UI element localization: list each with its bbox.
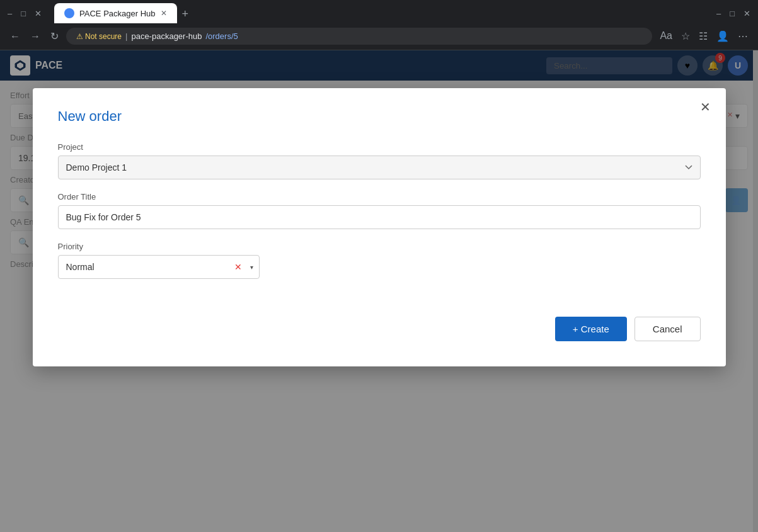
- priority-clear-button[interactable]: ✕: [234, 263, 242, 271]
- new-tab-button[interactable]: +: [177, 5, 194, 23]
- modal-close-button[interactable]: ✕: [698, 98, 713, 116]
- favorites-icon[interactable]: ☆: [679, 28, 692, 45]
- not-secure-indicator: ⚠ Not secure: [76, 32, 122, 41]
- project-select[interactable]: Demo Project 1: [58, 156, 701, 179]
- maximize-button[interactable]: □: [18, 6, 28, 21]
- tab-title: PACE Packager Hub: [79, 9, 155, 18]
- back-button[interactable]: ←: [8, 28, 23, 45]
- app-container: PACE ♥ 🔔 9 U Effort Easy ✕ ▾: [0, 50, 758, 532]
- forward-button[interactable]: →: [28, 28, 43, 45]
- order-title-label: Order Title: [58, 192, 701, 201]
- order-title-input[interactable]: [58, 205, 701, 229]
- close-browser-button[interactable]: ✕: [32, 6, 44, 21]
- order-title-form-group: Order Title: [58, 192, 701, 229]
- active-tab[interactable]: PACE Packager Hub ✕: [54, 3, 176, 23]
- reading-mode-icon[interactable]: Aa: [657, 28, 675, 45]
- project-form-group: Project Demo Project 1: [58, 142, 701, 179]
- tab-favicon: [64, 8, 74, 18]
- window-close-icon[interactable]: ✕: [741, 6, 753, 21]
- minimize-button[interactable]: –: [5, 6, 14, 21]
- priority-select[interactable]: Normal High Low Critical: [58, 255, 260, 279]
- priority-select-wrapper: Normal High Low Critical ✕ ▾: [58, 255, 260, 279]
- modal-footer: + Create Cancel: [58, 317, 701, 341]
- url-text: pace-packager-hub: [131, 31, 202, 41]
- priority-label: Priority: [58, 242, 701, 251]
- collections-icon[interactable]: ☷: [696, 28, 710, 45]
- profile-icon[interactable]: 👤: [714, 28, 732, 45]
- priority-form-group: Priority Normal High Low Critical ✕ ▾: [58, 242, 701, 279]
- address-bar[interactable]: ⚠ Not secure | pace-packager-hub/orders/…: [66, 28, 652, 45]
- tab-close-button[interactable]: ✕: [161, 9, 167, 18]
- new-order-modal: ✕ New order Project Demo Project 1 Order…: [33, 88, 726, 366]
- url-path: /orders/5: [205, 31, 238, 41]
- refresh-button[interactable]: ↻: [48, 28, 61, 45]
- menu-icon[interactable]: ⋯: [735, 28, 750, 45]
- modal-overlay: ✕ New order Project Demo Project 1 Order…: [0, 50, 758, 532]
- cancel-button[interactable]: Cancel: [635, 317, 701, 341]
- window-minimize-icon[interactable]: –: [714, 6, 723, 21]
- window-restore-icon[interactable]: □: [727, 6, 737, 21]
- modal-title: New order: [58, 108, 701, 125]
- project-label: Project: [58, 142, 701, 152]
- create-button[interactable]: + Create: [555, 317, 627, 341]
- browser-chrome: – □ ✕ PACE Packager Hub ✕ + – □ ✕ ← → ↻: [0, 0, 758, 50]
